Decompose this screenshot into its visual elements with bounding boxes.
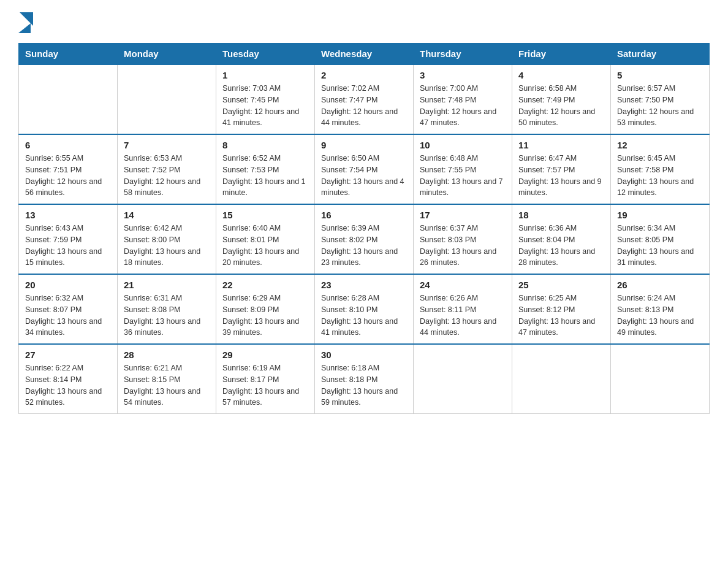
day-number: 1 — [222, 70, 308, 80]
calendar-week-row: 6Sunrise: 6:55 AM Sunset: 7:51 PM Daylig… — [19, 134, 710, 204]
day-info: Sunrise: 6:47 AM Sunset: 7:57 PM Dayligh… — [518, 153, 604, 199]
day-number: 6 — [25, 140, 111, 150]
day-number: 2 — [321, 70, 407, 80]
day-number: 10 — [420, 140, 506, 150]
calendar-cell: 25Sunrise: 6:25 AM Sunset: 8:12 PM Dayli… — [512, 274, 611, 344]
weekday-header-friday: Friday — [512, 44, 611, 65]
calendar-cell: 10Sunrise: 6:48 AM Sunset: 7:55 PM Dayli… — [414, 134, 512, 204]
day-number: 29 — [222, 350, 308, 360]
calendar-cell: 14Sunrise: 6:42 AM Sunset: 8:00 PM Dayli… — [118, 204, 216, 274]
day-number: 21 — [124, 280, 210, 290]
weekday-header-sunday: Sunday — [19, 44, 118, 65]
day-number: 9 — [321, 140, 407, 150]
day-number: 23 — [321, 280, 407, 290]
calendar-cell: 7Sunrise: 6:53 AM Sunset: 7:52 PM Daylig… — [118, 134, 216, 204]
day-info: Sunrise: 6:39 AM Sunset: 8:02 PM Dayligh… — [321, 223, 407, 269]
day-number: 24 — [420, 280, 506, 290]
day-info: Sunrise: 6:40 AM Sunset: 8:01 PM Dayligh… — [222, 223, 308, 269]
calendar-cell: 21Sunrise: 6:31 AM Sunset: 8:08 PM Dayli… — [118, 274, 216, 344]
calendar-cell: 15Sunrise: 6:40 AM Sunset: 8:01 PM Dayli… — [216, 204, 315, 274]
day-info: Sunrise: 6:25 AM Sunset: 8:12 PM Dayligh… — [518, 293, 604, 339]
calendar-cell: 16Sunrise: 6:39 AM Sunset: 8:02 PM Dayli… — [315, 204, 414, 274]
day-number: 28 — [124, 350, 210, 360]
calendar-cell: 8Sunrise: 6:52 AM Sunset: 7:53 PM Daylig… — [216, 134, 315, 204]
day-info: Sunrise: 7:03 AM Sunset: 7:45 PM Dayligh… — [222, 83, 308, 129]
day-number: 25 — [518, 280, 604, 290]
calendar-cell: 23Sunrise: 6:28 AM Sunset: 8:10 PM Dayli… — [315, 274, 414, 344]
day-info: Sunrise: 6:32 AM Sunset: 8:07 PM Dayligh… — [25, 293, 111, 339]
day-number: 17 — [420, 210, 506, 220]
weekday-header-row: SundayMondayTuesdayWednesdayThursdayFrid… — [19, 44, 710, 65]
day-number: 19 — [617, 210, 703, 220]
calendar-cell: 13Sunrise: 6:43 AM Sunset: 7:59 PM Dayli… — [19, 204, 118, 274]
calendar-cell: 19Sunrise: 6:34 AM Sunset: 8:05 PM Dayli… — [611, 204, 710, 274]
weekday-header-wednesday: Wednesday — [315, 44, 414, 65]
calendar-cell: 17Sunrise: 6:37 AM Sunset: 8:03 PM Dayli… — [414, 204, 512, 274]
day-info: Sunrise: 6:53 AM Sunset: 7:52 PM Dayligh… — [124, 153, 210, 199]
day-info: Sunrise: 6:58 AM Sunset: 7:49 PM Dayligh… — [518, 83, 604, 129]
calendar-week-row: 20Sunrise: 6:32 AM Sunset: 8:07 PM Dayli… — [19, 274, 710, 344]
day-info: Sunrise: 6:34 AM Sunset: 8:05 PM Dayligh… — [617, 223, 703, 269]
day-number: 14 — [124, 210, 210, 220]
calendar-cell: 6Sunrise: 6:55 AM Sunset: 7:51 PM Daylig… — [19, 134, 118, 204]
day-info: Sunrise: 7:02 AM Sunset: 7:47 PM Dayligh… — [321, 83, 407, 129]
calendar-cell: 9Sunrise: 6:50 AM Sunset: 7:54 PM Daylig… — [315, 134, 414, 204]
day-info: Sunrise: 7:00 AM Sunset: 7:48 PM Dayligh… — [420, 83, 506, 129]
day-info: Sunrise: 6:19 AM Sunset: 8:17 PM Dayligh… — [222, 362, 308, 408]
day-info: Sunrise: 6:57 AM Sunset: 7:50 PM Dayligh… — [617, 83, 703, 129]
day-info: Sunrise: 6:52 AM Sunset: 7:53 PM Dayligh… — [222, 153, 308, 199]
day-number: 13 — [25, 210, 111, 220]
day-info: Sunrise: 6:21 AM Sunset: 8:15 PM Dayligh… — [124, 362, 210, 408]
calendar-week-row: 27Sunrise: 6:22 AM Sunset: 8:14 PM Dayli… — [19, 344, 710, 414]
day-number: 8 — [222, 140, 308, 150]
day-number: 3 — [420, 70, 506, 80]
day-info: Sunrise: 6:22 AM Sunset: 8:14 PM Dayligh… — [25, 362, 111, 408]
day-number: 30 — [321, 350, 407, 360]
day-number: 22 — [222, 280, 308, 290]
day-info: Sunrise: 6:28 AM Sunset: 8:10 PM Dayligh… — [321, 293, 407, 339]
weekday-header-thursday: Thursday — [414, 44, 512, 65]
day-number: 15 — [222, 210, 308, 220]
weekday-header-monday: Monday — [118, 44, 216, 65]
calendar-cell: 22Sunrise: 6:29 AM Sunset: 8:09 PM Dayli… — [216, 274, 315, 344]
day-number: 5 — [617, 70, 703, 80]
calendar-week-row: 1Sunrise: 7:03 AM Sunset: 7:45 PM Daylig… — [19, 64, 710, 134]
day-number: 4 — [518, 70, 604, 80]
weekday-header-saturday: Saturday — [611, 44, 710, 65]
day-info: Sunrise: 6:45 AM Sunset: 7:58 PM Dayligh… — [617, 153, 703, 199]
day-number: 18 — [518, 210, 604, 220]
calendar-cell: 12Sunrise: 6:45 AM Sunset: 7:58 PM Dayli… — [611, 134, 710, 204]
day-info: Sunrise: 6:18 AM Sunset: 8:18 PM Dayligh… — [321, 362, 407, 408]
day-info: Sunrise: 6:31 AM Sunset: 8:08 PM Dayligh… — [124, 293, 210, 339]
day-info: Sunrise: 6:26 AM Sunset: 8:11 PM Dayligh… — [420, 293, 506, 339]
logo-arrow-icon — [18, 23, 31, 33]
day-info: Sunrise: 6:43 AM Sunset: 7:59 PM Dayligh… — [25, 223, 111, 269]
calendar-cell: 24Sunrise: 6:26 AM Sunset: 8:11 PM Dayli… — [414, 274, 512, 344]
calendar-cell: 27Sunrise: 6:22 AM Sunset: 8:14 PM Dayli… — [19, 344, 118, 414]
calendar-cell: 1Sunrise: 7:03 AM Sunset: 7:45 PM Daylig… — [216, 64, 315, 134]
day-info: Sunrise: 6:24 AM Sunset: 8:13 PM Dayligh… — [617, 293, 703, 339]
day-number: 16 — [321, 210, 407, 220]
logo — [18, 12, 33, 33]
day-number: 12 — [617, 140, 703, 150]
day-number: 11 — [518, 140, 604, 150]
calendar-cell — [118, 64, 216, 134]
calendar-cell — [414, 344, 512, 414]
day-info: Sunrise: 6:48 AM Sunset: 7:55 PM Dayligh… — [420, 153, 506, 199]
day-number: 26 — [617, 280, 703, 290]
calendar-cell: 29Sunrise: 6:19 AM Sunset: 8:17 PM Dayli… — [216, 344, 315, 414]
day-number: 27 — [25, 350, 111, 360]
svg-marker-1 — [18, 23, 31, 33]
calendar-cell: 3Sunrise: 7:00 AM Sunset: 7:48 PM Daylig… — [414, 64, 512, 134]
calendar-cell: 28Sunrise: 6:21 AM Sunset: 8:15 PM Dayli… — [118, 344, 216, 414]
day-info: Sunrise: 6:55 AM Sunset: 7:51 PM Dayligh… — [25, 153, 111, 199]
page-header — [18, 12, 710, 33]
day-number: 20 — [25, 280, 111, 290]
day-info: Sunrise: 6:50 AM Sunset: 7:54 PM Dayligh… — [321, 153, 407, 199]
calendar-cell: 20Sunrise: 6:32 AM Sunset: 8:07 PM Dayli… — [19, 274, 118, 344]
calendar-cell — [19, 64, 118, 134]
calendar-cell: 11Sunrise: 6:47 AM Sunset: 7:57 PM Dayli… — [512, 134, 611, 204]
calendar-cell: 4Sunrise: 6:58 AM Sunset: 7:49 PM Daylig… — [512, 64, 611, 134]
weekday-header-tuesday: Tuesday — [216, 44, 315, 65]
calendar-cell: 2Sunrise: 7:02 AM Sunset: 7:47 PM Daylig… — [315, 64, 414, 134]
